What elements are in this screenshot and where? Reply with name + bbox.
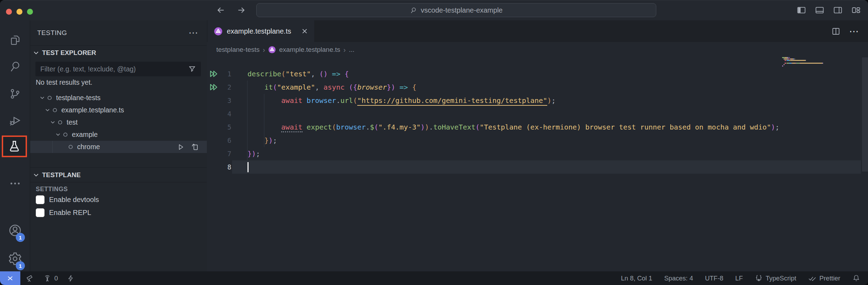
status-label: Spaces: 4 (664, 274, 693, 282)
additional-views-icon[interactable] (0, 174, 30, 193)
line-number: 8 (221, 163, 231, 171)
status-label: Prettier (819, 274, 840, 282)
search-icon (410, 7, 417, 14)
checkbox-label: Enable devtools (49, 196, 99, 204)
status-label: TypeScript (766, 274, 796, 282)
checkbox[interactable] (36, 208, 45, 217)
status-notifications[interactable] (852, 274, 860, 282)
test-state-circle-icon (63, 132, 68, 137)
line-number: 1 (221, 70, 231, 78)
run-and-debug-icon[interactable] (0, 111, 30, 130)
toggle-panel-icon[interactable] (815, 5, 825, 15)
run-test-icon[interactable] (177, 143, 185, 151)
sidebar-more-actions-icon[interactable]: ⋯ (189, 31, 198, 35)
maximize-window-button[interactable] (27, 9, 33, 15)
run-test-gutter-icon[interactable] (207, 83, 221, 92)
minimap[interactable] (782, 57, 822, 68)
sidebar-title: TESTING (37, 29, 67, 37)
breadcrumb[interactable]: testplane-tests›example.testplane.ts›... (207, 42, 868, 57)
text-cursor (247, 162, 249, 172)
tree-item-label: chrome (77, 143, 100, 151)
navigate-forward-icon[interactable] (236, 5, 246, 15)
code-line-5[interactable]: 5 await expect(browser.$(".f4.my-3")).to… (207, 120, 868, 134)
breadcrumb-item[interactable]: example.testplane.ts (279, 46, 340, 54)
code-line-1[interactable]: 1describe("test", () => { (207, 67, 868, 81)
chevron-down-icon[interactable] (42, 107, 52, 113)
editor-more-actions-icon[interactable]: ⋯ (849, 26, 860, 37)
code-line-7[interactable]: 7}); (207, 147, 868, 160)
navigate-back-icon[interactable] (216, 5, 226, 15)
tree-item-example[interactable]: example (30, 128, 207, 141)
breadcrumb-item[interactable]: testplane-tests (216, 46, 260, 54)
code-line-2[interactable]: 2 it("example", async ({browser}) => { (207, 81, 868, 94)
search-sidebar-icon[interactable] (0, 57, 30, 76)
checkbox-label: Enable REPL (49, 209, 91, 217)
explorer-icon[interactable] (0, 31, 30, 49)
code-text: }); (247, 150, 260, 158)
code-editor[interactable]: 1describe("test", () => {2 it("example",… (207, 57, 868, 271)
title-bar: vscode-testplane-example (0, 0, 868, 20)
tree-item-example.testplane.ts[interactable]: example.testplane.ts (30, 104, 207, 116)
setting-enable-repl: Enable REPL (36, 208, 91, 217)
ports-item[interactable]: 0 (43, 274, 58, 283)
chevron-down-icon (33, 172, 39, 178)
filter-funnel-icon[interactable] (188, 65, 196, 73)
customize-layout-icon[interactable] (851, 5, 861, 15)
remote-indicator[interactable] (0, 271, 20, 285)
editor-scrollbar[interactable] (862, 57, 868, 172)
code-line-8[interactable]: 8 (207, 160, 868, 174)
radio-tower-icon (43, 274, 52, 283)
status-encoding[interactable]: UTF-8 (705, 274, 723, 282)
tree-item-label: example.testplane.ts (61, 106, 124, 114)
code-line-3[interactable]: 3 await browser.url("https://github.com/… (207, 94, 868, 107)
settings-gear-icon[interactable]: 1 (0, 250, 30, 268)
test-state-circle-icon (57, 120, 63, 125)
testing-icon-active[interactable] (2, 135, 27, 157)
chevron-down-icon[interactable] (53, 132, 63, 138)
tree-item-test[interactable]: test (30, 116, 207, 128)
go-to-test-icon[interactable] (191, 143, 199, 151)
status-label: UTF-8 (705, 274, 723, 282)
search-text: vscode-testplane-example (421, 6, 502, 14)
accounts-icon[interactable]: 1 (0, 221, 30, 239)
chevron-down-icon[interactable] (48, 119, 57, 125)
close-window-button[interactable] (6, 9, 12, 15)
status-cursor-position[interactable]: Ln 8, Col 1 (621, 274, 652, 282)
test-filter-input[interactable]: Filter (e.g. text, !exclude, @tag) (35, 62, 201, 76)
chevron-down-icon[interactable] (37, 95, 47, 101)
tab-example-testplane-ts[interactable]: example.testplane.ts (208, 20, 315, 42)
command-center-search[interactable]: vscode-testplane-example (256, 3, 656, 17)
code-line-6[interactable]: 6 }); (207, 134, 868, 147)
settings-heading: SETTINGS (36, 186, 68, 193)
tab-label: example.testplane.ts (227, 27, 291, 35)
test-explorer-section-header[interactable]: TEST EXPLORER (30, 45, 207, 60)
testplane-file-icon (268, 46, 276, 54)
checkbox[interactable] (36, 195, 45, 204)
tree-item-chrome[interactable]: chrome (30, 141, 207, 153)
vscode-window: vscode-testplane-example (0, 0, 868, 285)
toggle-secondary-sidebar-icon[interactable] (833, 5, 843, 15)
testplane-file-icon (214, 27, 223, 36)
breadcrumb-separator: › (344, 46, 346, 54)
run-test-gutter-icon[interactable] (207, 69, 221, 79)
close-tab-icon[interactable] (301, 28, 308, 35)
toggle-primary-sidebar-icon[interactable] (796, 5, 806, 15)
status-language-mode[interactable]: TypeScript (755, 274, 796, 282)
remote-explorer-telescope-icon[interactable] (26, 274, 34, 283)
tree-item-label: testplane-tests (56, 94, 101, 102)
minimap-line (782, 67, 822, 68)
source-control-icon[interactable] (0, 85, 30, 103)
status-label: LF (735, 274, 743, 282)
lightning-icon[interactable] (67, 274, 75, 282)
code-text: await expect(browser.$(".f4.my-3")).toHa… (247, 123, 779, 131)
status-formatter[interactable]: Prettier (808, 274, 840, 283)
status-eol[interactable]: LF (735, 274, 743, 282)
split-editor-icon[interactable] (831, 27, 841, 36)
breadcrumb-item[interactable]: ... (349, 46, 354, 54)
testplane-section-header[interactable]: TESTPLANE (30, 167, 207, 182)
code-text (247, 162, 249, 172)
tree-item-testplane-tests[interactable]: testplane-tests (30, 92, 207, 104)
code-line-4[interactable]: 4 (207, 107, 868, 120)
status-indentation[interactable]: Spaces: 4 (664, 274, 693, 282)
minimize-window-button[interactable] (16, 9, 22, 15)
